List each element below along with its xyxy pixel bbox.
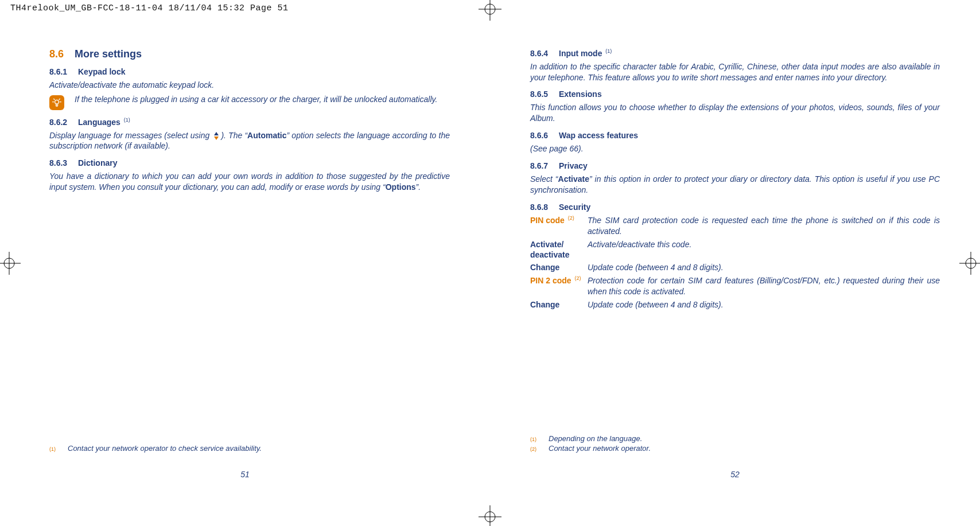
footnote-ref: (2) [568,215,574,221]
up-down-nav-icon [213,131,220,141]
section-number: 8.6 [49,48,75,60]
section-title: More settings [75,48,142,60]
subsection-number: 8.6.1 [49,67,78,76]
footnote-text: Contact your network operator to check s… [68,444,262,453]
footnote: (2) Contact your network operator. [530,444,940,453]
strong-term: Activate [558,174,589,184]
security-row: Change Update code (between 4 and 8 digi… [530,262,940,273]
footnote-ref: (1) [124,117,130,123]
footnote-ref: (1) [605,48,612,54]
security-term: PIN code (2) [530,215,583,225]
subsection-number: 8.6.2 [49,118,78,127]
paragraph: You have a dictionary to which you can a… [49,171,450,193]
security-row: Activate/ deactivate Activate/deactivate… [530,239,940,260]
security-def: Activate/deactivate this code. [588,239,940,250]
security-def: Update code (between 4 and 8 digits). [588,262,940,273]
paragraph: This function allows you to choose wheth… [530,102,940,124]
subsection-8-6-2-heading: 8.6.2 Languages (1) [49,117,450,127]
subsection-title: Input mode (1) [559,48,612,58]
footnote: (1) Contact your network operator to che… [49,444,450,453]
paragraph: Display language for messages (select us… [49,130,450,152]
subsection-number: 8.6.6 [530,131,559,140]
svg-line-17 [54,99,55,99]
lightbulb-icon [49,95,64,110]
subsection-title: Wap access features [559,131,638,140]
subsection-8-6-5-heading: 8.6.5 Extensions [530,89,940,99]
svg-point-0 [485,4,495,14]
subsection-number: 8.6.5 [530,89,559,99]
paragraph: (See page 66). [530,143,940,154]
subsection-8-6-4-heading: 8.6.4 Input mode (1) [530,48,940,58]
footnote: (1) Depending on the language. [530,434,940,443]
security-def: Update code (between 4 and 8 digits). [588,299,940,310]
subsection-8-6-7-heading: 8.6.7 Privacy [530,161,940,170]
security-def: The SIM card protection code is requeste… [588,215,940,237]
subsection-title: Languages (1) [78,117,130,127]
footnote-mark: (2) [530,446,538,452]
page-number: 52 [490,470,980,479]
footnote-text: Depending on the language. [549,434,642,443]
page-left: 8.6 More settings 8.6.1 Keypad lock Acti… [0,40,490,497]
security-row: PIN code (2) The SIM card protection cod… [530,215,940,237]
subsection-number: 8.6.3 [49,158,78,167]
security-term: Change [530,299,583,310]
subsection-title: Security [559,202,590,212]
prepress-slug: TH4relook_UM_GB-FCC-18-11-04 18/11/04 15… [10,3,289,13]
security-term: Change [530,262,583,272]
strong-term: Options [386,182,416,192]
subsection-title: Keypad lock [78,67,125,76]
paragraph: Activate/deactivate the automatic keypad… [49,80,450,91]
svg-line-18 [59,99,60,99]
info-text: If the telephone is plugged in using a c… [75,94,450,105]
footnote-mark: (1) [49,446,57,452]
footnote-text: Contact your network operator. [549,444,651,453]
footnotes: (1) Contact your network operator to che… [49,443,450,454]
paragraph: Select “Activate” in this option in orde… [530,174,940,196]
registration-mark-bottom-icon [479,505,501,526]
security-def: Protection code for certain SIM card fea… [588,275,940,297]
subsection-title: Extensions [559,89,602,99]
footnotes: (1) Depending on the language. (2) Conta… [530,433,940,454]
info-callout: If the telephone is plugged in using a c… [49,94,450,110]
subsection-number: 8.6.7 [530,161,559,170]
subsection-title: Privacy [559,161,588,170]
subsection-title: Dictionary [78,158,117,167]
footnote-mark: (1) [530,437,538,442]
registration-mark-top-icon [479,0,501,21]
footnote-ref: (2) [574,275,581,281]
subsection-8-6-1-heading: 8.6.1 Keypad lock [49,67,450,76]
strong-term: Automatic [247,131,286,140]
page-number: 51 [0,470,490,479]
svg-point-3 [485,512,495,522]
subsection-number: 8.6.8 [530,202,559,212]
security-term: Activate/ deactivate [530,239,583,260]
page-right: 8.6.4 Input mode (1) In addition to the … [490,40,980,497]
security-term: PIN 2 code (2) [530,275,583,286]
page-spread: 8.6 More settings 8.6.1 Keypad lock Acti… [0,40,980,497]
subsection-8-6-6-heading: 8.6.6 Wap access features [530,131,940,140]
subsection-8-6-8-heading: 8.6.8 Security [530,202,940,212]
security-row: PIN 2 code (2) Protection code for certa… [530,275,940,297]
svg-point-12 [55,100,59,104]
paragraph: In addition to the specific character ta… [530,61,940,83]
subsection-8-6-3-heading: 8.6.3 Dictionary [49,158,450,167]
section-8-6-heading: 8.6 More settings [49,48,450,60]
subsection-number: 8.6.4 [530,49,559,58]
security-row: Change Update code (between 4 and 8 digi… [530,299,940,310]
